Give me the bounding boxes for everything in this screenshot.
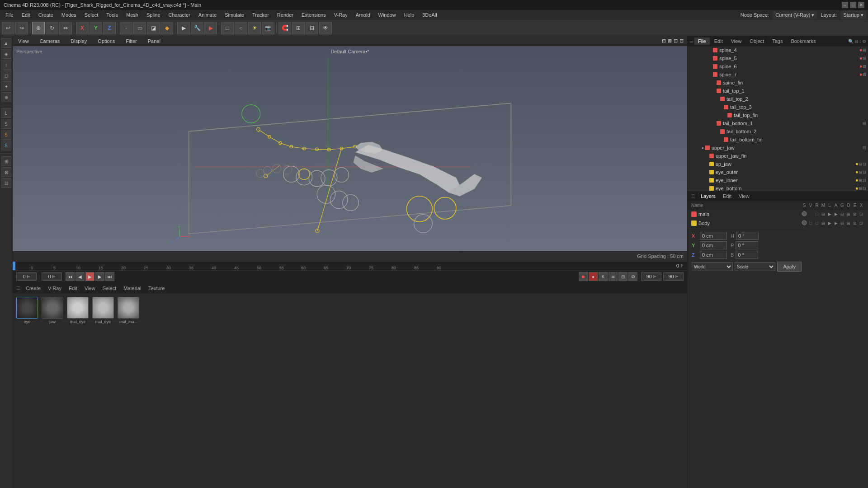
motion-path-button[interactable]: ≋ [609, 272, 618, 281]
viewport-options-menu[interactable]: Options [96, 38, 117, 45]
rp-tab-view[interactable]: View [727, 38, 745, 45]
bottom-select-menu[interactable]: Select [101, 285, 118, 292]
layer-icon-main-m[interactable]: ⊞ [820, 212, 826, 216]
layer-icon-body-l[interactable]: ▶ [826, 221, 833, 225]
tree-item-upper-jaw[interactable]: ▸ upper_jaw ⊞ [688, 144, 868, 152]
render-settings-button[interactable]: 🔧 [191, 22, 203, 34]
tree-item-tail-top1[interactable]: tail_top_1 [688, 87, 868, 95]
viewport-canvas[interactable]: X Y Z Perspective Default Camera•* [13, 46, 687, 251]
layer-icon-body-d[interactable]: ⊞ [845, 221, 852, 225]
x-position-input[interactable] [700, 232, 727, 240]
display-button[interactable]: 👁 [319, 22, 332, 34]
y-position-input[interactable] [700, 241, 727, 249]
rp-search-icon[interactable]: 🔍 [848, 39, 854, 44]
layer-icon-body-r[interactable]: □ [814, 221, 820, 225]
light-button[interactable]: ☀ [248, 22, 261, 34]
edges-mode-button[interactable]: ▭ [133, 22, 146, 34]
menu-vray[interactable]: V-Ray [330, 11, 351, 19]
coord-system-select[interactable]: World Object Local [692, 262, 733, 271]
viewport-icon-3[interactable]: ⊡ [674, 38, 678, 44]
layer-icon-main-d[interactable]: ⊞ [845, 212, 852, 216]
maximize-button[interactable]: □ [850, 2, 856, 8]
viewport-filter-menu[interactable]: Filter [124, 38, 138, 45]
y-axis-button[interactable]: Y [90, 22, 102, 34]
left-tool-5[interactable]: ✦ [1, 81, 11, 91]
menu-tracker[interactable]: Tracker [249, 11, 273, 19]
layer-icon-body-m[interactable]: ⊞ [820, 221, 826, 225]
tree-item-eye-bottom[interactable]: eye_bottom ■ ⊞ ⊡ [688, 184, 868, 191]
rotate-tool-button[interactable]: ↻ [46, 22, 58, 34]
layers-row-main[interactable]: main □ ⊞ ▶ ▶ ⊟ ⊞ ⊠ ⊡ [688, 210, 868, 219]
camera-button[interactable]: 📷 [262, 22, 274, 34]
close-button[interactable]: ✕ [858, 2, 864, 8]
tree-item-tail-bottom2[interactable]: tail_bottom_2 [688, 127, 868, 136]
faces-mode-button[interactable]: ◪ [147, 22, 160, 34]
layer-icon-main-e[interactable]: ⊠ [852, 212, 858, 216]
tree-item-upper-jaw-fin[interactable]: upper_jaw_fin [688, 152, 868, 160]
menu-create[interactable]: Create [35, 11, 57, 19]
rp-sort-icon[interactable]: ↕ [859, 39, 861, 44]
sphere-button[interactable]: ○ [235, 22, 247, 34]
left-tool-10[interactable]: S [1, 141, 11, 150]
layer-icon-main-g[interactable]: ⊟ [839, 212, 845, 216]
material-eye[interactable]: eye [16, 297, 38, 324]
auto-key-button[interactable]: ● [589, 272, 598, 281]
tree-item-tail-top3[interactable]: tail_top_3 [688, 103, 868, 111]
go-to-end-button[interactable]: ⏭ [105, 272, 114, 281]
layer-icon-body-v[interactable]: □ [807, 221, 814, 225]
menu-modes[interactable]: Modes [58, 11, 80, 19]
menu-3doall[interactable]: 3DoAll [419, 11, 440, 19]
menu-help[interactable]: Help [401, 11, 418, 19]
bottom-vray-menu[interactable]: V-Ray [46, 285, 63, 292]
cube-button[interactable]: □ [221, 22, 234, 34]
menu-window[interactable]: Window [375, 11, 400, 19]
redo-button[interactable]: ↪ [15, 22, 28, 34]
key-all-button[interactable]: K [599, 272, 608, 281]
node-space-value[interactable]: Current (V-Ray) ▾ [773, 11, 817, 19]
viewport-icon-1[interactable]: ⊞ [662, 38, 666, 44]
layer-icon-body-x[interactable]: ⊡ [858, 221, 864, 225]
render-button[interactable]: ▶ [204, 22, 217, 34]
move-tool-button[interactable]: ⊕ [32, 22, 45, 34]
tree-item-spine7[interactable]: spine_7 ■ ⊞ [688, 70, 868, 79]
next-frame-button[interactable]: ▶ [95, 272, 104, 281]
layers-tab-layers[interactable]: Layers [699, 192, 717, 200]
viewport-view-menu[interactable]: View [16, 38, 31, 45]
tree-item-eye-outer[interactable]: eye_outer ■ ⊞ ⊡ [688, 168, 868, 176]
go-to-start-button[interactable]: ⏮ [66, 272, 75, 281]
z-position-input[interactable] [700, 251, 727, 259]
rp-tab-file[interactable]: File [694, 38, 710, 45]
left-tool-2[interactable]: ◈ [1, 49, 11, 59]
points-mode-button[interactable]: · [120, 22, 132, 34]
menu-spline[interactable]: Spline [143, 11, 164, 19]
scale-tool-button[interactable]: ⇔ [59, 22, 72, 34]
tree-item-tail-top2[interactable]: tail_top_2 [688, 95, 868, 103]
tree-item-spine6[interactable]: spine_6 ■ ⊞ [688, 62, 868, 70]
layer-icon-main-l[interactable]: ▶ [826, 212, 833, 216]
left-tool-1[interactable]: ▲ [1, 38, 11, 48]
left-tool-11[interactable]: ⊞ [1, 156, 11, 166]
layer-icon-body-g[interactable]: ⊟ [839, 221, 845, 225]
layer-icon-main-a[interactable]: ▶ [833, 212, 839, 216]
p-rotation-input[interactable] [736, 241, 758, 249]
h-rotation-input[interactable] [736, 232, 759, 240]
grid-button[interactable]: ⊞ [292, 22, 305, 34]
layer-icon-body-e[interactable]: ⊠ [852, 221, 858, 225]
layers-tab-edit[interactable]: Edit [721, 192, 733, 200]
menu-arnold[interactable]: Arnold [352, 11, 374, 19]
left-tool-6[interactable]: ⊕ [1, 92, 11, 102]
playback-settings-button[interactable]: ⚙ [628, 272, 637, 281]
rp-tab-edit[interactable]: Edit [711, 38, 726, 45]
viewport-panel-menu[interactable]: Panel [146, 38, 162, 45]
b-rotation-input[interactable] [736, 251, 758, 259]
tree-item-tail-bottom1[interactable]: tail_bottom_1 ⊞ [688, 119, 868, 127]
start-frame-input[interactable] [42, 272, 62, 281]
layers-menu-icon[interactable]: ☰ [691, 193, 695, 198]
left-tool-12[interactable]: ⊠ [1, 167, 11, 177]
bottom-material-menu[interactable]: Material [122, 285, 143, 292]
rp-tab-tags[interactable]: Tags [769, 38, 786, 45]
layer-icon-main-s[interactable] [801, 211, 807, 217]
rp-settings-icon[interactable]: ⚙ [862, 39, 866, 44]
left-tool-3[interactable]: ↕ [1, 60, 11, 70]
material-mat-ma[interactable]: mat_ma... [118, 297, 139, 324]
